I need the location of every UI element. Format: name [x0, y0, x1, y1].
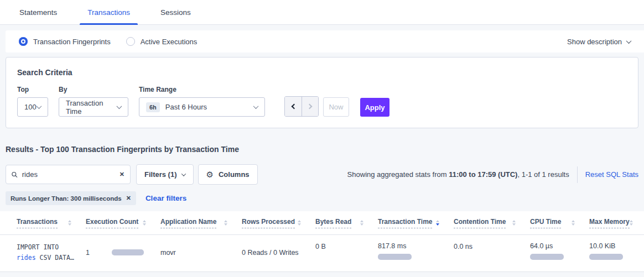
search-input[interactable]	[22, 170, 120, 179]
column-header-label[interactable]: Rows Processed	[242, 218, 295, 228]
by-select-value: Transaction Time	[66, 99, 117, 116]
table-header-row: Transactions Execution Count Application…	[0, 211, 644, 234]
sort-icon[interactable]	[224, 220, 227, 226]
aggregated-stats-area: Showing aggregated stats from 11:00 to 1…	[347, 166, 638, 183]
column-header-max-memory: Max Memory	[589, 218, 644, 228]
sort-icon[interactable]	[298, 220, 301, 226]
column-header-bytes-read: Bytes Read	[315, 218, 378, 228]
search-criteria-form: Top 100 By Transaction Time Time Range 6…	[17, 86, 627, 117]
search-icon	[12, 171, 18, 179]
sort-icon-active-desc[interactable]	[436, 220, 439, 226]
transactions-table: Transactions Execution Count Application…	[0, 211, 644, 272]
filters-button[interactable]: Filters (1)	[136, 164, 194, 185]
chevron-down-icon	[181, 171, 185, 176]
execution-count-cell: 1	[86, 249, 160, 257]
chevron-down-icon	[626, 38, 632, 44]
tab-statements[interactable]: Statements	[14, 0, 63, 24]
transaction-time-cell: 817.8 ms	[378, 242, 454, 260]
radio-label: Transaction Fingerprints	[33, 38, 111, 46]
sort-icon[interactable]	[572, 220, 575, 226]
search-criteria-title: Search Criteria	[17, 68, 627, 77]
max-memory-cell: 10.0 KiB	[589, 242, 627, 260]
columns-button[interactable]: ⚙ Columns	[198, 164, 258, 185]
tab-sessions[interactable]: Sessions	[155, 0, 196, 24]
time-range-select[interactable]: 6h Past 6 Hours	[139, 97, 265, 117]
sort-icon[interactable]	[512, 220, 516, 226]
column-header-rows-processed: Rows Processed	[242, 218, 315, 228]
column-header-label[interactable]: CPU Time	[530, 218, 561, 228]
chevron-down-icon	[37, 103, 42, 109]
filter-chip-label: Runs Longer Than: 300 milliseconds	[11, 195, 122, 202]
column-header-cpu-time: CPU Time	[530, 218, 589, 228]
clear-search-icon[interactable]: ✕	[120, 171, 124, 178]
show-description-label: Show description	[567, 38, 622, 46]
column-header-label[interactable]: Contention Time	[454, 218, 506, 228]
sort-icon[interactable]	[143, 220, 146, 226]
radio-transaction-fingerprints[interactable]: Transaction Fingerprints	[19, 37, 111, 46]
radio-unselected-icon[interactable]	[126, 37, 135, 46]
filter-chip: Runs Longer Than: 300 milliseconds ✕	[6, 191, 136, 205]
chevron-left-icon	[292, 104, 297, 109]
column-header-transaction-time: Transaction Time	[378, 218, 454, 228]
now-button[interactable]: Now	[323, 97, 349, 117]
search-box: ✕	[6, 165, 131, 184]
chevron-down-icon	[253, 103, 259, 109]
stats-time-range: 11:00 to 17:59 (UTC)	[449, 170, 517, 179]
apply-button[interactable]: Apply	[360, 98, 389, 117]
by-label: By	[59, 86, 128, 93]
column-header-application-name: Application Name	[160, 218, 242, 228]
sort-icon[interactable]	[630, 220, 633, 226]
radio-selected-icon[interactable]	[19, 37, 28, 46]
radio-label: Active Executions	[141, 38, 198, 46]
column-header-label[interactable]: Application Name	[160, 218, 216, 228]
view-toggle-card: Transaction Fingerprints Active Executio…	[6, 30, 644, 53]
column-header-label[interactable]: Execution Count	[86, 218, 138, 228]
tab-transactions[interactable]: Transactions	[82, 0, 136, 24]
search-criteria-card: Search Criteria Top 100 By Transaction T…	[6, 57, 638, 128]
radio-active-executions[interactable]: Active Executions	[126, 37, 198, 46]
column-header-label[interactable]: Max Memory	[589, 218, 630, 228]
column-header-label[interactable]: Transactions	[17, 218, 58, 228]
cpu-time-cell: 64.0 µs	[530, 242, 589, 260]
top-select-value: 100	[24, 103, 37, 111]
transaction-time-bar	[378, 254, 412, 260]
time-range-field: Time Range 6h Past 6 Hours	[139, 86, 265, 117]
table-row: IMPORT INTO rides CSV DATA… 1 movr 0 Rea…	[0, 234, 644, 272]
top-label: Top	[17, 86, 48, 93]
show-description-toggle[interactable]: Show description	[567, 38, 631, 46]
execution-count-bar	[112, 249, 144, 255]
time-range-value: Past 6 Hours	[165, 103, 207, 111]
sort-icon[interactable]	[68, 220, 71, 226]
column-header-contention-time: Contention Time	[454, 218, 530, 228]
results-heading: Results - Top 100 Transaction Fingerprin…	[6, 145, 638, 154]
column-header-label[interactable]: Transaction Time	[378, 218, 432, 228]
transaction-rides-link[interactable]: rides	[17, 254, 36, 262]
by-field: By Transaction Time	[59, 86, 128, 117]
transaction-fingerprint-cell[interactable]: IMPORT INTO rides CSV DATA…	[17, 242, 86, 263]
columns-button-label: Columns	[219, 170, 250, 179]
filters-button-label: Filters (1)	[144, 170, 177, 179]
column-header-label[interactable]: Bytes Read	[315, 218, 351, 228]
active-filters-row: Runs Longer Than: 300 milliseconds ✕ Cle…	[6, 191, 638, 205]
previous-time-window-button[interactable]	[285, 97, 302, 116]
chevron-right-icon	[307, 104, 312, 109]
by-select[interactable]: Transaction Time	[59, 97, 128, 117]
sort-icon[interactable]	[360, 220, 363, 226]
top-field: Top 100	[17, 86, 48, 117]
next-time-window-button[interactable]	[302, 97, 318, 116]
results-controls-row: ✕ Filters (1) ⚙ Columns Showing aggregat…	[6, 164, 638, 185]
remove-filter-icon[interactable]: ✕	[126, 195, 131, 202]
vertical-divider	[577, 166, 578, 183]
clear-filters-link[interactable]: Clear filters	[146, 194, 186, 202]
contention-time-cell: 0.0 ns	[454, 242, 530, 250]
time-range-label: Time Range	[139, 86, 265, 93]
reset-sql-stats-link[interactable]: Reset SQL Stats	[585, 170, 638, 179]
top-select[interactable]: 100	[17, 97, 48, 117]
gear-icon: ⚙	[206, 170, 214, 179]
time-range-badge: 6h	[146, 102, 160, 112]
time-window-arrows	[284, 96, 319, 117]
sql-activity-tabbar: Statements Transactions Sessions	[0, 0, 644, 25]
max-memory-bar	[589, 254, 623, 260]
bytes-read-cell: 0 B	[315, 242, 378, 250]
aggregated-stats-text: Showing aggregated stats from 11:00 to 1…	[347, 170, 569, 179]
